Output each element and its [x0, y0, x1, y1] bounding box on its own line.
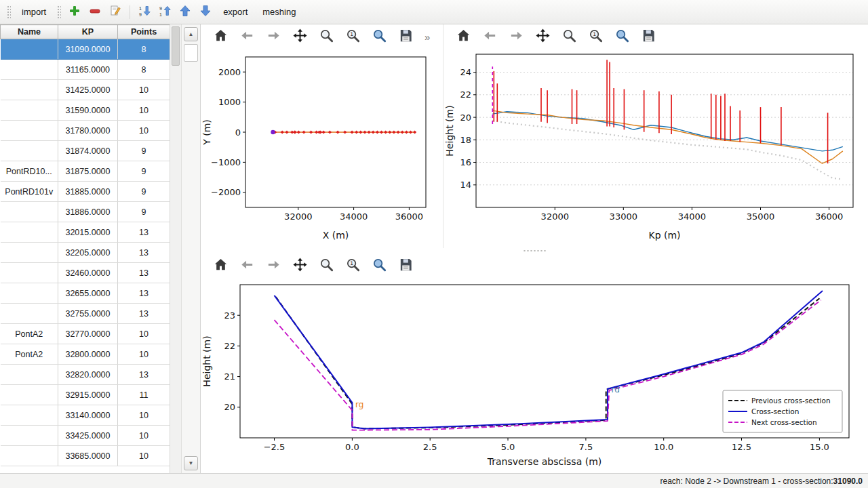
remove-cross-section-button[interactable] — [85, 3, 104, 22]
back-button[interactable] — [478, 26, 501, 47]
forward-button[interactable] — [262, 255, 285, 277]
cell-name[interactable] — [1, 283, 58, 304]
cell-name[interactable] — [1, 222, 58, 243]
table-row[interactable]: PontA232770.000010 — [1, 324, 170, 344]
table-row[interactable]: 32015.000013 — [1, 222, 170, 243]
cell-name[interactable] — [1, 202, 58, 222]
cell-points[interactable]: 10 — [118, 344, 170, 365]
table-row[interactable]: 31090.00008 — [1, 39, 170, 60]
cell-name[interactable] — [1, 365, 58, 385]
cell-points[interactable]: 11 — [118, 385, 170, 405]
customize-button[interactable] — [368, 255, 391, 277]
cell-kp[interactable]: 32205.0000 — [58, 243, 118, 263]
cell-name[interactable] — [1, 141, 58, 161]
cell-name[interactable]: PontA2 — [1, 344, 58, 365]
edit-cross-section-button[interactable] — [106, 3, 125, 22]
back-button[interactable] — [235, 26, 258, 47]
save-button[interactable] — [637, 26, 660, 47]
cell-points[interactable]: 10 — [118, 100, 170, 121]
toolbar-drag-handle[interactable] — [57, 5, 61, 19]
cell-name[interactable]: PontRD10... — [1, 161, 58, 182]
cell-kp[interactable]: 31090.0000 — [58, 39, 118, 60]
zoom-button[interactable] — [557, 26, 580, 47]
menu-export[interactable]: export — [216, 4, 254, 20]
plan-view-chart[interactable]: 320003400036000−2000−1000010002000X (m)Y… — [201, 49, 437, 244]
cell-points[interactable]: 13 — [118, 263, 170, 283]
toolbar-drag-handle[interactable] — [7, 5, 11, 19]
cell-kp[interactable]: 31590.0000 — [58, 100, 118, 121]
cell-name[interactable] — [1, 121, 58, 141]
table-row[interactable]: 33425.000010 — [1, 426, 170, 446]
splitter-handle[interactable] — [201, 248, 868, 253]
cell-name[interactable] — [1, 263, 58, 283]
sort-descending-button[interactable]: 91 — [155, 3, 174, 22]
table-row[interactable]: PontRD10...31875.00009 — [1, 161, 170, 182]
cell-kp[interactable]: 31885.0000 — [58, 182, 118, 202]
cell-kp[interactable]: 33425.0000 — [58, 426, 118, 446]
customize-button[interactable] — [610, 26, 633, 47]
cell-name[interactable] — [1, 385, 58, 405]
table-row[interactable]: 31780.000010 — [1, 121, 170, 141]
cell-points[interactable]: 10 — [118, 324, 170, 344]
table-row[interactable]: 32755.000013 — [1, 304, 170, 324]
menu-meshing[interactable]: meshing — [256, 4, 302, 20]
cross-section-chart[interactable]: −2.50.02.55.07.510.012.515.020212223Tran… — [201, 278, 859, 470]
table-scrollbar[interactable] — [170, 24, 181, 473]
profile-chart[interactable]: 3200033000340003500036000141618202224Kp … — [443, 49, 861, 244]
home-button[interactable] — [209, 26, 232, 47]
table-row[interactable]: 32820.000013 — [1, 365, 170, 385]
cell-points[interactable]: 13 — [118, 304, 170, 324]
cell-name[interactable] — [1, 39, 58, 60]
cell-points[interactable]: 9 — [118, 182, 170, 202]
table-row[interactable]: 31874.00009 — [1, 141, 170, 161]
cell-points[interactable]: 10 — [118, 405, 170, 426]
subplots-button[interactable]: 1 — [341, 255, 364, 277]
table-row[interactable]: 31425.000010 — [1, 80, 170, 100]
table-row[interactable]: PontRD101v31885.00009 — [1, 182, 170, 202]
pan-button[interactable] — [288, 26, 311, 47]
cell-name[interactable]: PontA2 — [1, 324, 58, 344]
cell-kp[interactable]: 32755.0000 — [58, 304, 118, 324]
cell-kp[interactable]: 32460.0000 — [58, 263, 118, 283]
toolbar-overflow-icon[interactable]: » — [425, 31, 430, 43]
menu-import[interactable]: import — [15, 4, 53, 20]
table-row[interactable]: 32205.000013 — [1, 243, 170, 263]
forward-button[interactable] — [262, 26, 285, 47]
save-button[interactable] — [394, 255, 417, 277]
pan-button[interactable] — [531, 26, 554, 47]
cell-name[interactable] — [1, 80, 58, 100]
save-button[interactable] — [394, 26, 417, 47]
cell-kp[interactable]: 31165.0000 — [58, 60, 118, 80]
scroll-up-button[interactable]: ▲ — [184, 27, 198, 41]
cell-points[interactable]: 10 — [118, 80, 170, 100]
cell-name[interactable] — [1, 60, 58, 80]
table-row[interactable]: 31886.00009 — [1, 202, 170, 222]
cell-kp[interactable]: 31875.0000 — [58, 161, 118, 182]
cell-points[interactable]: 13 — [118, 243, 170, 263]
cell-kp[interactable]: 33685.0000 — [58, 446, 118, 466]
cell-name[interactable] — [1, 100, 58, 121]
table-scrollbar-thumb[interactable] — [172, 26, 180, 66]
cell-points[interactable]: 9 — [118, 141, 170, 161]
panel-scrollbar[interactable]: ▲ ▼ — [181, 24, 200, 473]
column-header-points[interactable]: Points — [118, 25, 170, 39]
home-button[interactable] — [452, 26, 475, 47]
move-down-button[interactable] — [196, 3, 215, 22]
cell-kp[interactable]: 31886.0000 — [58, 202, 118, 222]
subplots-button[interactable]: 1 — [584, 26, 607, 47]
cell-kp[interactable]: 32820.0000 — [58, 365, 118, 385]
cell-kp[interactable]: 32770.0000 — [58, 324, 118, 344]
cell-name[interactable] — [1, 405, 58, 426]
cell-kp[interactable]: 31874.0000 — [58, 141, 118, 161]
back-button[interactable] — [235, 255, 258, 277]
cell-points[interactable]: 9 — [118, 161, 170, 182]
cell-kp[interactable]: 32800.0000 — [58, 344, 118, 365]
column-header-name[interactable]: Name — [1, 25, 58, 39]
cell-points[interactable]: 8 — [118, 60, 170, 80]
cell-points[interactable]: 10 — [118, 426, 170, 446]
table-row[interactable]: 31590.000010 — [1, 100, 170, 121]
zoom-button[interactable] — [315, 26, 338, 47]
customize-button[interactable] — [368, 26, 391, 47]
cell-points[interactable]: 13 — [118, 365, 170, 385]
cell-points[interactable]: 10 — [118, 446, 170, 466]
